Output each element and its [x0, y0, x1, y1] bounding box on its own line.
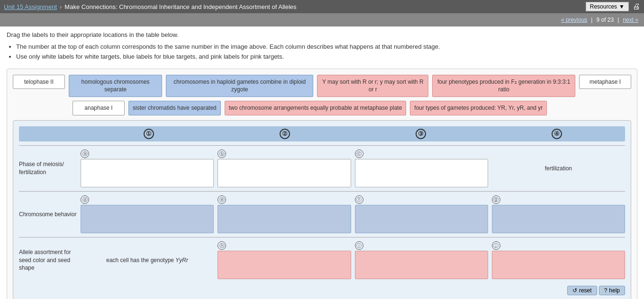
table-container: ① ② ③ ④ Phase of meiosis/ fertilization	[13, 120, 631, 299]
label-telophase[interactable]: telophase II	[13, 75, 65, 89]
stage-number-1: ①	[144, 129, 154, 139]
main-content: Drag the labels to their appropriate loc…	[0, 26, 644, 299]
stage-header: ① ② ③ ④	[19, 126, 625, 141]
bullet-1: The number at the top of each column cor…	[16, 42, 637, 52]
stage-number-2: ②	[280, 129, 290, 139]
page-info: 9 of 23	[596, 17, 614, 23]
drop-box-e[interactable]	[218, 205, 351, 233]
cell-a-wrapper: ⓐ	[81, 150, 214, 187]
row-label-allele: Allele assortment for seed color and see…	[19, 248, 81, 272]
cell-marker-e: ⓔ	[218, 195, 226, 204]
drop-box-a[interactable]	[81, 159, 214, 187]
drop-box-h[interactable]	[218, 251, 351, 279]
label-two-chromosome[interactable]: two chromosome arrangements equally prob…	[225, 101, 407, 115]
label-sister[interactable]: sister chromatids have separated	[128, 101, 221, 115]
table-row-allele: Allele assortment for seed color and see…	[19, 237, 625, 283]
label-four-types[interactable]: four types of gametes produced: YR, Yr, …	[410, 101, 547, 115]
stage-col-1: ①	[81, 129, 217, 139]
breadcrumb-current: Make Connections: Chromosomal Inheritanc…	[64, 3, 296, 10]
cell-marker-b: ⓑ	[218, 150, 226, 158]
cell-b-wrapper: ⓑ	[218, 150, 351, 187]
labels-container: telophase II homologous chromosomes sepa…	[7, 69, 637, 299]
resources-dropdown-icon: ▼	[619, 3, 625, 10]
cell-marker-a: ⓐ	[81, 150, 89, 158]
breadcrumb: Unit 15 Assignment › Make Connections: C…	[4, 3, 297, 10]
label-anaphase[interactable]: anaphase I	[73, 101, 125, 115]
print-icon: 🖨	[633, 2, 640, 10]
drop-box-i[interactable]	[355, 251, 488, 279]
stage-col-3: ③	[353, 129, 489, 139]
cell-marker-g: ⓖ	[492, 195, 500, 204]
cell-g-wrapper: ⓖ	[492, 195, 625, 233]
pipe-separator-2: |	[617, 17, 619, 23]
cell-fertilization: fertilization	[492, 150, 625, 187]
labels-row-2: anaphase I sister chromatids have separa…	[13, 101, 631, 115]
cell-f-wrapper: ⓕ	[355, 195, 488, 233]
stage-number-3: ③	[416, 129, 426, 139]
cell-marker-d: ⓓ	[81, 195, 89, 204]
resources-button[interactable]: Resources ▼	[586, 2, 629, 11]
help-label: help	[609, 287, 620, 294]
help-button[interactable]: ? help	[599, 286, 625, 295]
row-cells-phase: ⓐ ⓑ ⓒ fertilization	[81, 150, 625, 187]
cell-c-wrapper: ⓒ	[355, 150, 488, 187]
cell-e-wrapper: ⓔ	[218, 195, 351, 233]
cell-marker-f: ⓕ	[355, 195, 363, 204]
breadcrumb-link[interactable]: Unit 15 Assignment	[4, 3, 57, 10]
instruction-bullets: The number at the top of each column cor…	[16, 42, 637, 62]
reset-label: reset	[579, 287, 592, 294]
labels-row-1: telophase II homologous chromosomes sepa…	[13, 75, 631, 97]
instruction-text: Drag the labels to their appropriate loc…	[7, 31, 637, 38]
drop-box-d[interactable]	[81, 205, 214, 233]
row-label-chromosome: Chromosome behavior	[19, 211, 81, 219]
label-chromosomes-haploid[interactable]: chromosomes in haploid gametes combine i…	[166, 75, 313, 97]
print-button[interactable]: 🖨	[633, 2, 640, 11]
cell-marker-h: ⓗ	[218, 241, 226, 250]
top-navigation: Unit 15 Assignment › Make Connections: C…	[0, 0, 644, 13]
row-label-phase: Phase of meiosis/ fertilization	[19, 160, 81, 176]
cell-d-wrapper: ⓓ	[81, 195, 214, 233]
help-icon: ?	[604, 287, 608, 294]
drop-box-b[interactable]	[218, 159, 351, 187]
resources-label: Resources	[590, 3, 617, 10]
table-row-chromosome: Chromosome behavior ⓓ ⓔ ⓕ	[19, 191, 625, 237]
cell-marker-i: ⓘ	[355, 241, 363, 250]
breadcrumb-separator: ›	[60, 3, 62, 10]
table-bottom-controls: ↺ reset ? help	[19, 286, 625, 295]
next-link[interactable]: next »	[623, 17, 638, 23]
stage-col-4: ④	[489, 129, 625, 139]
pipe-separator: |	[591, 17, 592, 23]
row-cells-allele: each cell has the genotype YyRr ⓗ ⓘ ⓙ	[81, 241, 625, 279]
label-metaphase[interactable]: metaphase I	[579, 75, 631, 89]
genotype-text: each cell has the genotype YyRr	[81, 255, 214, 265]
label-homologous[interactable]: homologous chromosomes separate	[69, 75, 162, 97]
cell-i-wrapper: ⓘ	[355, 241, 488, 279]
pagination-bar: « previous | 9 of 23 | next »	[0, 13, 644, 26]
row-cells-chromosome: ⓓ ⓔ ⓕ ⓖ	[81, 195, 625, 233]
stage-number-4: ④	[552, 129, 562, 139]
previous-link[interactable]: « previous	[561, 17, 587, 23]
bullet-2: Use only white labels for white targets,…	[16, 52, 637, 62]
cell-h-wrapper: ⓗ	[218, 241, 351, 279]
label-y-may-sort[interactable]: Y may sort with R or r; y may sort with …	[317, 75, 428, 97]
reset-button[interactable]: ↺ reset	[567, 286, 597, 295]
drop-box-f[interactable]	[355, 205, 488, 233]
reset-icon: ↺	[572, 287, 577, 294]
drop-box-j[interactable]	[492, 251, 625, 279]
table-row-phase: Phase of meiosis/ fertilization ⓐ ⓑ	[19, 145, 625, 191]
drop-box-c[interactable]	[355, 159, 488, 187]
stage-col-2: ②	[217, 129, 353, 139]
cell-marker-c: ⓒ	[355, 150, 363, 158]
cell-marker-j: ⓙ	[492, 241, 500, 250]
cell-j-wrapper: ⓙ	[492, 241, 625, 279]
fertilization-text: fertilization	[492, 163, 625, 174]
top-right-controls: Resources ▼ 🖨	[586, 2, 640, 11]
cell-genotype: each cell has the genotype YyRr	[81, 241, 214, 279]
label-four-phenotypes[interactable]: four phenotypes produced in F₂ generatio…	[432, 75, 575, 97]
drop-box-g[interactable]	[492, 205, 625, 233]
